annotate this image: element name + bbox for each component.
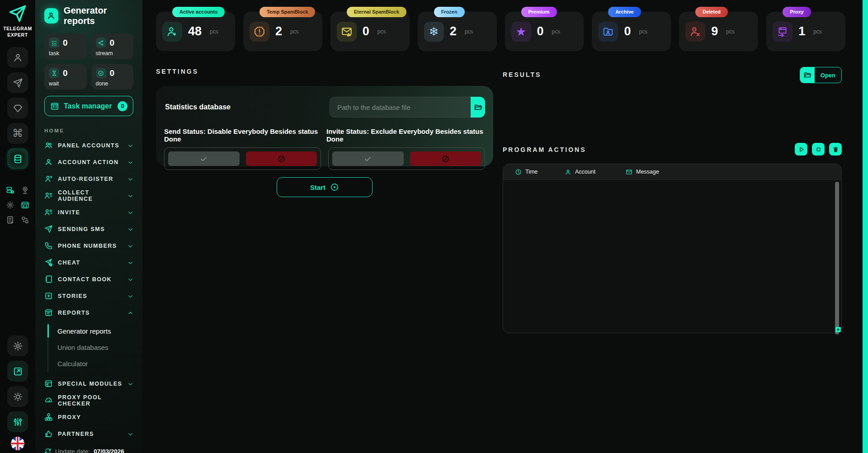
theme-button[interactable] bbox=[7, 386, 28, 407]
stat-value: 2 bbox=[275, 24, 282, 38]
stat-card-archive[interactable]: Archive 0pcs bbox=[592, 12, 671, 51]
program-action-buttons bbox=[795, 143, 842, 156]
webcam-person-icon[interactable] bbox=[21, 185, 30, 194]
folder-open-icon bbox=[800, 67, 815, 83]
sidebar-item-contact-book[interactable]: CONTACT BOOK bbox=[44, 271, 133, 288]
chevron-down-icon bbox=[127, 293, 133, 299]
stat-card-proxy[interactable]: Proxy 1pcs bbox=[766, 12, 845, 51]
wait-chip: 0 wait bbox=[44, 64, 87, 90]
stream-chip: 0 stream bbox=[91, 33, 134, 59]
invite-status-label: Invite Status: Exclude Everybody Besides… bbox=[325, 127, 485, 143]
sidebar-item-reports[interactable]: REPORTS bbox=[44, 304, 133, 321]
chevron-down-icon bbox=[127, 176, 133, 182]
stat-unit: pcs bbox=[210, 28, 218, 35]
document-check-icon[interactable] bbox=[6, 215, 15, 224]
scrollbar-thumb[interactable] bbox=[835, 182, 839, 335]
sidebar-item-special-modules[interactable]: SPECIAL MODULES bbox=[44, 375, 133, 392]
stat-unit: pcs bbox=[552, 28, 561, 35]
accounts-rail-button[interactable] bbox=[7, 47, 28, 68]
sidebar-item-invite[interactable]: INVITE bbox=[44, 204, 133, 221]
phone-icon bbox=[44, 241, 53, 250]
browse-folder-button[interactable] bbox=[471, 97, 485, 118]
submenu-generator-reports[interactable]: Generator reports bbox=[48, 323, 133, 339]
open-results-button[interactable]: Open bbox=[800, 67, 842, 83]
sidebar: Generator reports 0 task 0 stream 0 wait… bbox=[35, 0, 142, 453]
settings-rail-button[interactable] bbox=[7, 335, 28, 356]
sidebar-item-auto-register[interactable]: AUTO-REGISTER bbox=[44, 170, 133, 187]
check-icon bbox=[199, 155, 208, 163]
stat-card-frozen[interactable]: Frozen ❄ 2pcs bbox=[418, 12, 497, 51]
sidebar-item-partners[interactable]: PARTNERS bbox=[44, 425, 133, 442]
send-status-label: Send Status: Disable Everybody Besides s… bbox=[164, 127, 325, 143]
sidebar-item-proxy-pool-checker[interactable]: PROXY POOL CHECKER bbox=[44, 392, 133, 409]
submenu-union-databases[interactable]: Union databases bbox=[48, 339, 133, 355]
block-icon bbox=[277, 155, 286, 163]
brand-name: TELEGRAM EXPERT bbox=[3, 25, 32, 38]
stat-card-active-accounts[interactable]: Active accounts 48pcs bbox=[156, 12, 235, 51]
sidebar-item-panel-accounts[interactable]: PANEL ACCOUNTS bbox=[44, 137, 133, 154]
chevron-down-icon bbox=[127, 381, 133, 387]
send-status-allow-button[interactable] bbox=[168, 151, 240, 166]
open-label: Open bbox=[815, 67, 841, 83]
premium-rail-button[interactable] bbox=[7, 98, 28, 118]
sidebar-item-collect-audience[interactable]: COLLECT AUDIENCE bbox=[44, 187, 133, 204]
gear-icon bbox=[13, 341, 23, 351]
sun-icon bbox=[13, 392, 23, 402]
gear-small-icon[interactable] bbox=[6, 200, 15, 209]
sidebar-item-account-action[interactable]: ACCOUNT ACTION bbox=[44, 154, 133, 170]
start-button[interactable]: Start bbox=[277, 177, 373, 197]
invite-status-block-button[interactable] bbox=[410, 151, 481, 166]
task-manager-button[interactable]: Task manager 0 bbox=[44, 96, 133, 116]
resize-handle[interactable] bbox=[835, 327, 841, 332]
chevron-down-icon bbox=[127, 209, 133, 215]
database-rail-button[interactable] bbox=[7, 148, 28, 169]
stop-button[interactable] bbox=[812, 143, 825, 156]
results-heading: RESULTS bbox=[503, 71, 541, 78]
brand-line2: EXPERT bbox=[3, 32, 32, 38]
language-flag-button[interactable] bbox=[11, 437, 24, 450]
status-badge: Archive bbox=[608, 7, 641, 17]
database-path-input[interactable] bbox=[330, 97, 471, 118]
swap-boxes-icon[interactable] bbox=[21, 215, 30, 224]
stat-card-premium[interactable]: Premium ★ 0pcs bbox=[505, 12, 584, 51]
clear-log-button[interactable] bbox=[829, 143, 842, 156]
table-scrollbar[interactable] bbox=[835, 182, 839, 324]
program-actions-heading: PROGRAM ACTIONS bbox=[503, 146, 586, 153]
column-message: Message bbox=[626, 169, 659, 175]
modules-rail-button[interactable]: ⌘ bbox=[7, 123, 28, 144]
send-status-toggle bbox=[164, 147, 321, 170]
flag-stripe bbox=[11, 443, 24, 444]
external-link-button[interactable] bbox=[7, 361, 28, 382]
invite-status-allow-button[interactable] bbox=[332, 151, 404, 166]
run-button[interactable] bbox=[795, 143, 807, 156]
hourglass-icon bbox=[49, 68, 59, 78]
status-badge: Premium bbox=[521, 7, 557, 17]
paper-plane-plus-icon bbox=[44, 258, 53, 267]
nav-label: PHONE NUMBERS bbox=[58, 243, 117, 249]
stat-card-temp-spamblock[interactable]: Temp SpamBlock 2pcs bbox=[243, 12, 322, 51]
sidebar-item-stories[interactable]: STORIES bbox=[44, 288, 133, 304]
submenu-calculator[interactable]: Calculator bbox=[48, 355, 133, 372]
chevron-down-icon bbox=[127, 243, 133, 249]
rail-buttons: ⌘ bbox=[7, 47, 28, 169]
send-status-block-button[interactable] bbox=[246, 151, 317, 166]
reports-submenu: Generator reports Union databases Calcul… bbox=[47, 323, 133, 372]
person-plus-icon bbox=[44, 175, 53, 183]
right-edge-scrollbar[interactable] bbox=[863, 0, 868, 453]
sidebar-item-cheat[interactable]: CHEAT bbox=[44, 254, 133, 271]
paper-plane-icon bbox=[44, 225, 53, 233]
stat-card-deleted[interactable]: Deleted 9pcs bbox=[679, 12, 758, 51]
stat-value: 2 bbox=[450, 24, 457, 38]
chevron-up-icon bbox=[127, 310, 133, 316]
sending-rail-button[interactable] bbox=[7, 72, 28, 93]
play-circle-icon bbox=[330, 183, 339, 192]
code-window-icon[interactable] bbox=[21, 200, 30, 209]
stat-card-eternal-spamblock[interactable]: Eternal SpamBlock 0pcs bbox=[330, 12, 410, 51]
sidebar-item-sending-sms[interactable]: SENDING SMS bbox=[44, 221, 133, 237]
sidebar-item-proxy[interactable]: PROXY bbox=[44, 409, 133, 425]
sidebar-item-phone-numbers[interactable]: PHONE NUMBERS bbox=[44, 237, 133, 254]
server-check-icon[interactable] bbox=[6, 185, 15, 194]
page-avatar bbox=[44, 8, 58, 24]
status-badge: Eternal SpamBlock bbox=[347, 7, 406, 17]
filters-button[interactable] bbox=[7, 411, 28, 432]
